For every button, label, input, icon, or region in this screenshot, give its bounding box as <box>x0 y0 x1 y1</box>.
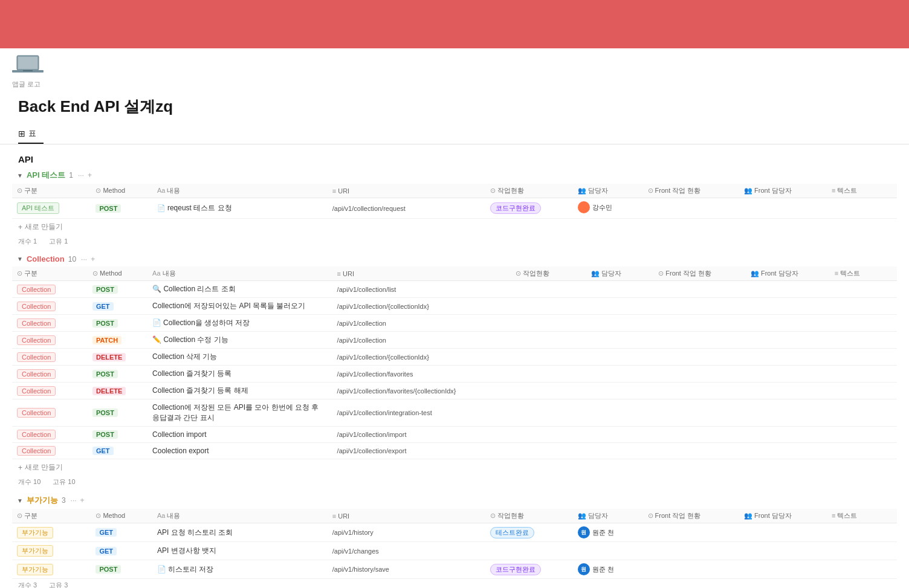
cell-status: 코드구현완료 <box>485 198 573 219</box>
col-e-text: ≡텍스트 <box>827 509 897 523</box>
col-gubun: ⊙구분 <box>12 184 91 198</box>
method-post-c1: POST <box>92 285 118 294</box>
cell-c-uri-2: /api/v1/collection/{collectionIdx} <box>332 298 511 315</box>
cell-e-method-2: GET <box>91 542 152 560</box>
cell-c-uri-1: /api/v1/collection/list <box>332 281 511 298</box>
group-api-test-title-row[interactable]: ▼ API 테스트 1 ··· + <box>12 167 897 184</box>
col-e-assignee: 👥담당자 <box>573 509 643 523</box>
count-label-collection: 개수 10 <box>18 477 40 486</box>
col-c-status: ⊙작업현황 <box>511 267 586 281</box>
add-new-api-test[interactable]: + 새로 만들기 <box>12 219 897 235</box>
table-row: 부가기능 GET API 요청 히스토리 조회 /api/v1/history … <box>12 523 897 542</box>
badge-collection-8: Collection <box>17 408 56 418</box>
plus-icon: + <box>18 223 22 231</box>
group-collection: ▼ Collection 10 ··· + ⊙구분 ⊙Method Aa내용 ≡… <box>12 251 897 488</box>
col-content: Aa내용 <box>152 184 328 198</box>
group-collection-table: ⊙구분 ⊙Method Aa내용 ≡URI ⊙작업현황 👥담당자 ⊙Front … <box>12 267 897 459</box>
table-icon: ⊞ <box>18 129 25 138</box>
cell-c-content-8: Collection에 저장된 모든 API를 모아 한번에 요청 후 응답결과… <box>147 399 332 427</box>
method-post-e3: POST <box>95 565 121 573</box>
group-collection-toggle: ▼ <box>17 256 23 262</box>
count-row-api-test: 개수 1 고유 1 <box>12 235 897 248</box>
cell-c-method-10: GET <box>88 443 147 459</box>
group-extra-actions[interactable]: ··· <box>71 496 77 505</box>
tab-table[interactable]: ⊞ 표 <box>18 124 44 144</box>
badge-collection-1: Collection <box>17 285 56 294</box>
count-label-api-test: 개수 1 <box>18 237 37 246</box>
group-extra-add[interactable]: + <box>80 496 85 505</box>
cell-method: POST <box>91 198 152 219</box>
method-delete-c5: DELETE <box>92 353 126 361</box>
cell-text <box>827 198 897 219</box>
group-extra-count: 3 <box>62 496 66 505</box>
method-get-c10: GET <box>92 447 114 455</box>
group-extra-title-row[interactable]: ▼ 부가기능 3 ··· + <box>12 492 897 509</box>
app-icon-label: 앱글 로고 <box>12 80 40 89</box>
col-e-uri: ≡URI <box>328 509 485 523</box>
table-row: Collection POST Collection 즐겨찾기 등록 /api/… <box>12 366 897 383</box>
cell-c-content-6: Collection 즐겨찾기 등록 <box>147 366 332 383</box>
col-e-status: ⊙작업현황 <box>485 509 573 523</box>
method-patch-c4: PATCH <box>92 336 121 344</box>
cell-e-uri-2: /api/v1/changes <box>328 542 485 560</box>
group-extra-table: ⊙구분 ⊙Method Aa내용 ≡URI ⊙작업현황 👥담당자 ⊙Front … <box>12 509 897 579</box>
col-uri: ≡URI <box>328 184 485 198</box>
badge-collection-2: Collection <box>17 302 56 311</box>
cell-e-uri-3: /api/v1/history/save <box>328 560 485 579</box>
col-c-method: ⊙Method <box>88 267 147 281</box>
cell-c-gubun-7: Collection <box>12 383 88 399</box>
table-row: 부가기능 GET API 변경사항 뱃지 /api/v1/changes <box>12 542 897 560</box>
cell-e-content-2: API 변경사항 뱃지 <box>152 542 328 560</box>
table-row: Collection DELETE Collection 즐겨찾기 등록 해제 … <box>12 383 897 399</box>
top-bar <box>0 0 909 48</box>
group-collection-add[interactable]: + <box>91 255 95 263</box>
badge-collection-5: Collection <box>17 352 56 362</box>
group-collection-title-row[interactable]: ▼ Collection 10 ··· + <box>12 251 897 267</box>
add-new-collection[interactable]: + 새로 만들기 <box>12 459 897 476</box>
cell-c-method-9: POST <box>88 427 147 443</box>
col-c-content: Aa내용 <box>147 267 332 281</box>
badge-extra-2: 부가기능 <box>17 545 53 557</box>
cell-c-content-7: Collection 즐겨찾기 등록 해제 <box>147 383 332 399</box>
col-status: ⊙작업현황 <box>485 184 573 198</box>
table-row: Collection POST 📄Collection을 생성하며 저장 /ap… <box>12 315 897 332</box>
add-new-label: 새로 만들기 <box>25 222 63 232</box>
badge-extra-1: 부가기능 <box>17 527 53 538</box>
avatar-e3: 원 <box>578 563 590 575</box>
avatar-chip: 강수민 <box>578 201 612 213</box>
plus-icon-c: + <box>18 464 22 472</box>
cell-c-method-8: POST <box>88 399 147 427</box>
col-e-front-status: ⊙Front 작업 현황 <box>643 509 739 523</box>
method-get-e1: GET <box>95 528 117 537</box>
cell-c-gubun-2: Collection <box>12 298 88 315</box>
group-api-test-add[interactable]: + <box>88 171 92 179</box>
add-new-label-c: 새로 만들기 <box>25 462 63 473</box>
col-c-gubun: ⊙구분 <box>12 267 88 281</box>
col-method: ⊙Method <box>91 184 152 198</box>
status-code-complete-e3: 코드구현완료 <box>490 564 541 575</box>
view-tabs: ⊞ 표 <box>0 124 909 144</box>
count-row-extra: 개수 3 고유 3 <box>12 579 897 588</box>
badge-collection-4: Collection <box>17 335 56 345</box>
cell-c-method-6: POST <box>88 366 147 383</box>
status-code-complete: 코드구현완료 <box>490 202 541 214</box>
app-icon-area: 앱글 로고 <box>0 48 909 90</box>
group-collection-actions[interactable]: ··· <box>81 255 87 263</box>
table-row: API 테스트 POST 📄reqeust 테스트 요청 /api/v1/col… <box>12 198 897 219</box>
cell-c-method-7: DELETE <box>88 383 147 399</box>
laptop-icon <box>12 53 44 79</box>
group-api-test: ▼ API 테스트 1 ··· + ⊙구분 ⊙Method Aa내용 ≡URI … <box>12 167 897 248</box>
cell-e-assignee-3: 원원준 천 <box>573 560 643 579</box>
cell-c-uri-4: /api/v1/collection <box>332 332 511 349</box>
cell-c-method-2: GET <box>88 298 147 315</box>
sum-label-extra: 고유 3 <box>49 581 68 588</box>
page-title: Back End API 설계zq <box>0 90 909 124</box>
avatar-e1: 원 <box>578 526 590 538</box>
cell-c-uri-9: /api/v1/collection/import <box>332 427 511 443</box>
group-api-test-actions[interactable]: ··· <box>78 171 84 179</box>
col-c-assignee: 👥담당자 <box>586 267 653 281</box>
cell-c-gubun-4: Collection <box>12 332 88 349</box>
count-label-extra: 개수 3 <box>18 581 37 588</box>
tab-table-label: 표 <box>28 128 36 139</box>
table-row: Collection GET Collection에 저장되어있는 API 목록… <box>12 298 897 315</box>
